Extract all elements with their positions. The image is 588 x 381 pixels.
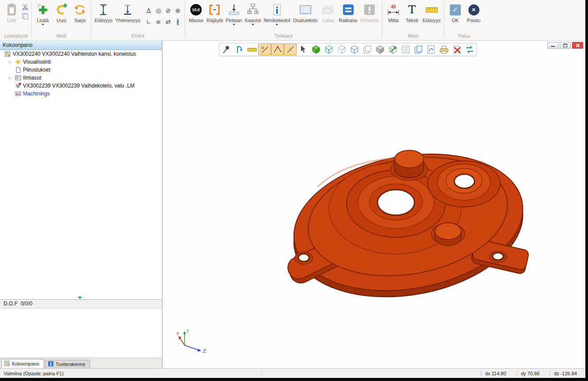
level-constraint-icon[interactable]: ≡ xyxy=(154,16,163,27)
text-label: Teksti xyxy=(406,18,418,23)
cube-gray-icon[interactable] xyxy=(373,44,386,55)
parallel-constraint-icon[interactable]: ∦ xyxy=(173,16,183,27)
solve-button[interactable]: Ratkaise xyxy=(337,1,359,23)
plot-icon[interactable] xyxy=(437,44,450,55)
symmetry-constraint-icon[interactable]: ⊛ xyxy=(173,5,183,16)
tangent-constraint-icon[interactable]: ⊘ xyxy=(163,5,173,16)
perpendicular-constraint-icon[interactable]: ∟ xyxy=(144,16,154,27)
mass-icon-text: 10,0 xyxy=(190,4,202,15)
list-icon[interactable] xyxy=(399,44,412,55)
snap-angle-icon[interactable] xyxy=(284,44,297,55)
expand-arrow-icon[interactable]: ▷ xyxy=(8,76,13,80)
series-button[interactable]: Sarja xyxy=(71,1,89,23)
splitter-handle-icon[interactable] xyxy=(78,297,82,299)
group-label-dimensions: Mitat xyxy=(384,33,442,40)
ribbon-group-clipboard: Liitä Leikepöytä xyxy=(1,0,31,40)
parts-list-label: Osaluettelo xyxy=(293,18,318,23)
close-icon xyxy=(576,43,580,48)
concentric-constraint-icon[interactable]: ◎ xyxy=(154,5,163,16)
ok-button[interactable]: ✓ OK xyxy=(446,1,464,23)
mass-button[interactable]: 10,0 Massa xyxy=(187,1,205,23)
cube-solid-icon[interactable] xyxy=(309,44,322,55)
maximize-button[interactable] xyxy=(560,42,571,49)
close-button[interactable] xyxy=(572,42,583,49)
tab-kokoonpano[interactable]: Kokoonpano xyxy=(1,359,44,368)
item-info-button[interactable]: Nimiketiedot xyxy=(262,1,292,26)
paste-label: Liitä xyxy=(7,18,16,23)
snap-line-icon[interactable] xyxy=(271,44,284,55)
angle-constraint-icon[interactable]: ∆ xyxy=(144,5,154,16)
distance-constraint-button[interactable]: Etäisyys xyxy=(93,1,114,23)
minimize-button[interactable] xyxy=(547,42,558,49)
ribbon-group-return: ✓ OK × Poistu Paluu xyxy=(445,0,484,40)
drawing-sheets-icon[interactable] xyxy=(412,44,425,55)
views-table-icon xyxy=(15,75,21,81)
direction-constraint-icon[interactable]: ⇄ xyxy=(163,16,173,27)
paste-icon xyxy=(4,3,19,17)
to-surface-button[interactable]: Pintaan xyxy=(224,1,243,26)
tree-item-label: VX3002239 VX3002239 Vaihdekotelo, valu .… xyxy=(23,83,135,89)
sheet-stack-icon[interactable] xyxy=(361,44,373,55)
exit-button[interactable]: × Poistu xyxy=(464,1,483,23)
tree-item-machinings[interactable]: Machinings xyxy=(0,90,162,98)
load-icon xyxy=(321,3,335,17)
group-separator xyxy=(91,2,91,38)
copy-button[interactable] xyxy=(21,13,30,20)
cut-button[interactable] xyxy=(21,4,30,11)
tab-tuoterakenne[interactable]: Tuoterakenne xyxy=(45,360,90,368)
snap-point-icon[interactable] xyxy=(258,44,271,55)
measure-label: Mitta xyxy=(388,18,399,23)
orbit-icon[interactable] xyxy=(233,44,245,55)
cube-hidden-icon[interactable] xyxy=(335,44,348,55)
tree-item-drawings[interactable]: Piirustukset xyxy=(0,66,162,74)
coincidence-button[interactable]: Yhtenevyys xyxy=(114,1,142,23)
parts-list-icon xyxy=(298,3,313,17)
assembly-tab-icon xyxy=(4,360,10,367)
pin-icon[interactable] xyxy=(220,44,233,55)
axis-triad: x y Z xyxy=(176,326,215,353)
part-icon xyxy=(15,83,21,89)
error-log-button[interactable]: Virheloki xyxy=(359,1,380,23)
cube-visible-icon[interactable] xyxy=(348,44,361,55)
pick-filter-icon[interactable] xyxy=(297,44,309,55)
measure-icon: 45 xyxy=(386,3,400,17)
load-button[interactable]: Lataa xyxy=(319,1,337,23)
product-structure-icon xyxy=(48,361,54,368)
text-icon-glyph: T xyxy=(408,3,416,16)
tab-label: Tuoterakenne xyxy=(56,362,85,367)
expand-arrow-icon[interactable]: ▷ xyxy=(8,60,13,65)
ruler-icon[interactable] xyxy=(245,44,258,55)
tree-item-visualization[interactable]: ▷ Visualisointi xyxy=(0,58,162,66)
add-button[interactable]: Lisää xyxy=(34,1,52,26)
load-label: Lataa xyxy=(322,18,335,23)
delete-sheet-icon[interactable] xyxy=(450,44,463,55)
tree-item-part[interactable]: VX3002239 VX3002239 Vaihdekotelo, valu .… xyxy=(0,82,162,90)
new-button[interactable]: Uusi xyxy=(52,1,71,23)
paste-button[interactable]: Liitä xyxy=(2,1,21,23)
status-dz: dz -126.84 xyxy=(550,371,585,376)
gearbox-cover-model[interactable] xyxy=(162,41,585,368)
maximize-icon xyxy=(563,44,567,47)
parts-list-button[interactable]: Osaluettelo xyxy=(292,1,319,23)
measure-button[interactable]: 45 Mitta xyxy=(384,1,403,23)
text-button[interactable]: T Teksti xyxy=(403,1,421,23)
exit-label: Poistu xyxy=(467,18,481,23)
flip-icon[interactable] xyxy=(463,44,476,55)
ribbon-group-constraints: Etäisyys Yhtenevyys ∆ ◎ ⊘ ⊛ ∟ ≡ ⇄ ∦ xyxy=(92,0,184,40)
cube-wireframe-icon[interactable] xyxy=(322,44,335,55)
group-separator xyxy=(444,2,444,38)
model-viewport[interactable]: x y Z xyxy=(162,41,585,368)
panel-tab-bar: Kokoonpano Tuoterakenne xyxy=(0,358,162,368)
curve-icon[interactable] xyxy=(425,44,437,55)
ok-icon: ✓ xyxy=(448,3,462,17)
distance-dimension-button[interactable]: Etäisyys xyxy=(421,1,442,23)
group-label-tools: Työkalut xyxy=(187,33,380,40)
tree-item-root[interactable]: VX3002240 VX3002240 Vaihteiston kansi, k… xyxy=(0,50,162,58)
error-log-label: Virheloki xyxy=(360,18,379,23)
explode-button[interactable]: Räjäytä xyxy=(205,1,224,23)
cube-fit-icon[interactable] xyxy=(386,44,399,55)
tree-item-views[interactable]: ▷ Ilmiasut xyxy=(0,74,162,82)
axis-x-label: x xyxy=(177,331,179,335)
diagrams-label: Kaaviot xyxy=(245,18,261,23)
diagrams-button[interactable]: Kaaviot xyxy=(243,1,262,26)
